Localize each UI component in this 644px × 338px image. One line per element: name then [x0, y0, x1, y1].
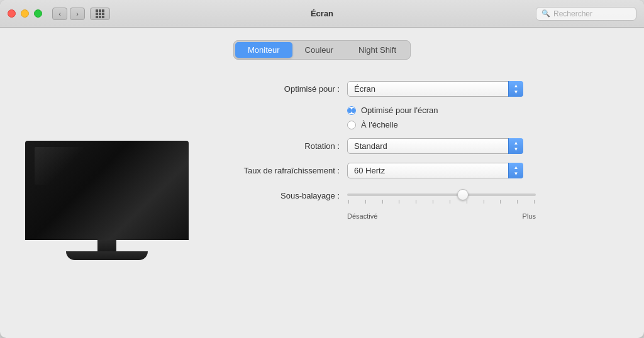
content-area: Moniteur Couleur Night Shift Optimisé po… — [0, 28, 644, 338]
main-panel: Optimisé pour : Écran ▲ ▼ — [19, 75, 625, 325]
optimise-select-wrapper: Écran ▲ ▼ — [347, 81, 523, 97]
chevron-up-icon: ▲ — [514, 165, 519, 170]
nav-buttons: ‹ › — [52, 8, 85, 20]
maximize-button[interactable] — [34, 9, 42, 18]
tabs-container: Moniteur Couleur Night Shift — [19, 40, 625, 60]
tab-couleur[interactable]: Couleur — [292, 42, 347, 58]
monitor-section — [19, 75, 195, 325]
resolution-radio-group: Optimisé pour l'écran À l'échelle — [347, 106, 625, 129]
chevron-up-icon: ▲ — [514, 84, 519, 89]
sous-balayage-label: Sous-balayage : — [214, 191, 340, 200]
refresh-select[interactable]: 60 Hertz — [347, 163, 523, 178]
monitor-stand-neck — [97, 240, 116, 251]
settings-section: Optimisé pour : Écran ▲ ▼ — [214, 75, 625, 325]
radio-ecran-label: Optimisé pour l'écran — [361, 106, 438, 115]
sous-balayage-slider-container — [347, 187, 536, 204]
radio-row-ecran: Optimisé pour l'écran — [347, 106, 625, 115]
monitor-screen — [25, 141, 189, 240]
optimise-select-arrows: ▲ ▼ — [508, 81, 523, 97]
radio-echelle[interactable] — [347, 121, 356, 129]
chevron-down-icon: ▼ — [514, 90, 519, 95]
slider-max-label: Plus — [523, 212, 536, 220]
refresh-label: Taux de rafraîchissement : — [214, 166, 340, 175]
refresh-select-wrapper: 60 Hertz ▲ ▼ — [347, 163, 523, 178]
forward-button[interactable]: › — [70, 8, 85, 20]
rotation-select-arrows: ▲ ▼ — [508, 138, 523, 154]
rotation-select[interactable]: Standard — [347, 138, 523, 154]
rotation-select-wrapper: Standard ▲ ▼ — [347, 138, 523, 154]
refresh-select-arrows: ▲ ▼ — [508, 163, 523, 178]
search-icon: 🔍 — [541, 9, 550, 18]
tabs: Moniteur Couleur Night Shift — [233, 40, 411, 60]
optimise-row: Optimisé pour : Écran ▲ ▼ — [214, 81, 625, 97]
search-box[interactable]: 🔍 Rechercher — [536, 7, 636, 21]
slider-labels: Désactivé Plus — [347, 212, 536, 220]
optimise-label: Optimisé pour : — [214, 84, 340, 94]
refresh-row: Taux de rafraîchissement : 60 Hertz ▲ ▼ — [214, 163, 625, 178]
titlebar: ‹ › Écran 🔍 Rechercher — [0, 0, 644, 28]
grid-button[interactable] — [90, 8, 110, 20]
chevron-down-icon: ▼ — [514, 147, 519, 152]
window-title: Écran — [311, 9, 333, 18]
radio-row-echelle: À l'échelle — [347, 120, 625, 129]
grid-icon — [96, 9, 104, 18]
search-placeholder: Rechercher — [553, 9, 592, 18]
minimize-button[interactable] — [21, 9, 29, 18]
tab-night-shift[interactable]: Night Shift — [346, 42, 409, 58]
traffic-lights — [8, 9, 42, 18]
forward-icon: › — [76, 10, 79, 18]
sous-balayage-row: Sous-balayage : — [214, 187, 625, 204]
back-button[interactable]: ‹ — [52, 8, 67, 20]
back-icon: ‹ — [58, 10, 61, 18]
slider-min-label: Désactivé — [347, 212, 377, 220]
sous-balayage-slider[interactable] — [347, 194, 536, 196]
radio-echelle-label: À l'échelle — [361, 120, 398, 129]
close-button[interactable] — [8, 9, 16, 18]
monitor-stand-base — [66, 251, 148, 260]
main-window: ‹ › Écran 🔍 Rechercher Moniteur Couleur — [0, 0, 644, 338]
rotation-row: Rotation : Standard ▲ ▼ — [214, 138, 625, 154]
monitor-image — [25, 141, 189, 260]
rotation-label: Rotation : — [214, 141, 340, 151]
chevron-down-icon: ▼ — [514, 172, 519, 177]
tab-moniteur[interactable]: Moniteur — [235, 42, 292, 58]
radio-ecran[interactable] — [347, 106, 356, 115]
optimise-select[interactable]: Écran — [347, 81, 523, 97]
chevron-up-icon: ▲ — [514, 141, 519, 146]
